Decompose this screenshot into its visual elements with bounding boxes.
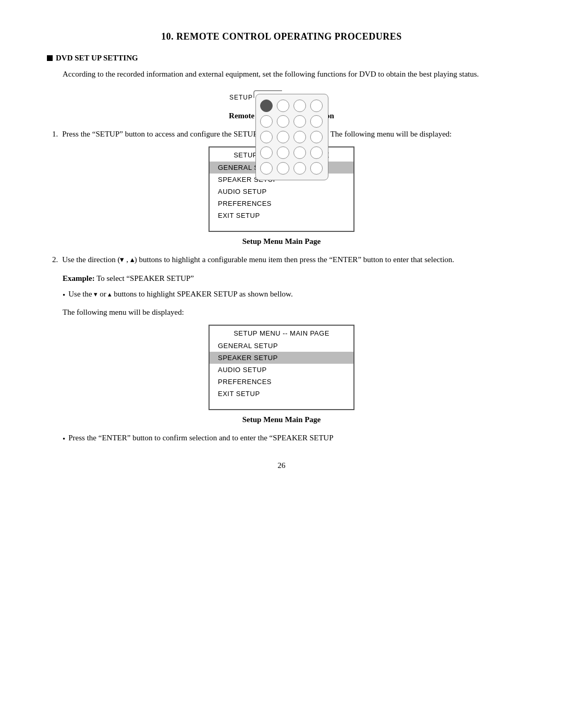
menu2-item-0: GENERAL SETUP: [210, 340, 353, 352]
menu1-item-3: PREFERENCES: [210, 198, 353, 209]
square-icon: [47, 55, 53, 61]
btn-empty: [277, 131, 289, 143]
step2-arrows: ▾ , ▴: [120, 255, 134, 264]
page-title: 10. REMOTE CONTROL OPERATING PROCEDURES: [47, 31, 516, 42]
btn-empty: [293, 115, 306, 128]
bullet2-item: • Press the “ENTER” button to confirm se…: [63, 431, 516, 446]
btn-empty: [277, 162, 289, 175]
btn-empty: [277, 100, 289, 112]
btn-empty: [260, 131, 273, 143]
menu1-item-4: EXIT SETUP: [210, 209, 353, 221]
btn-empty: [310, 162, 323, 175]
menu2-box: SETUP MENU -- MAIN PAGE GENERAL SETUP SP…: [209, 325, 354, 410]
bullet1-text: Use the ▾ or ▴ buttons to highlight SPEA…: [68, 288, 292, 302]
section-body: According to the recorded information an…: [63, 68, 516, 80]
step2: 2. Use the direction (▾ , ▴) buttons to …: [52, 253, 516, 266]
step2-number: 2.: [52, 253, 58, 266]
btn-empty: [310, 100, 323, 112]
btn-empty: [310, 146, 323, 159]
step2-text-after: ) buttons to highlight a configurable me…: [134, 255, 455, 264]
following-line: The following menu will be displayed:: [63, 306, 516, 318]
step2-body: Use the direction (▾ , ▴) buttons to hig…: [62, 253, 516, 266]
menu2-item-4: EXIT SETUP: [210, 388, 353, 400]
btn-empty: [277, 146, 289, 159]
button-grid: [261, 100, 323, 175]
btn-empty: [277, 115, 289, 128]
remote-box: [255, 94, 328, 180]
bullet1-dot: •: [63, 289, 65, 302]
page-number: 26: [47, 461, 516, 470]
section-heading-text: DVD SET UP SETTING: [56, 54, 138, 63]
menu1-caption: Setup Menu Main Page: [47, 237, 516, 246]
example-text: To select “SPEAKER SETUP”: [96, 274, 194, 282]
bullet1-before: Use the: [68, 290, 94, 298]
btn-empty: [293, 131, 306, 143]
menu2-diagram: SETUP MENU -- MAIN PAGE GENERAL SETUP SP…: [47, 325, 516, 410]
btn-empty: [260, 162, 273, 175]
example-line: Example: To select “SPEAKER SETUP”: [63, 272, 516, 285]
menu2-item-2: AUDIO SETUP: [210, 364, 353, 376]
menu1-item-2: AUDIO SETUP: [210, 186, 353, 198]
bullet1-after: buttons to highlight SPEAKER SETUP as sh…: [112, 290, 292, 298]
remote-diagram: SETUP: [47, 90, 516, 106]
btn-empty: [293, 100, 306, 112]
btn-empty: [293, 146, 306, 159]
bullet1-item: • Use the ▾ or ▴ buttons to highlight SP…: [63, 288, 516, 302]
bullet1-section: • Use the ▾ or ▴ buttons to highlight SP…: [63, 288, 516, 302]
step1-number: 1.: [52, 128, 58, 140]
btn-empty: [310, 131, 323, 143]
menu2-title: SETUP MENU -- MAIN PAGE: [210, 326, 353, 340]
btn-empty: [310, 115, 323, 128]
setup-label: SETUP: [229, 94, 253, 101]
menu2-item-3: PREFERENCES: [210, 376, 353, 388]
menu2-item-1: SPEAKER SETUP: [210, 352, 353, 364]
menu2-caption: Setup Menu Main Page: [47, 415, 516, 424]
btn-filled: [260, 100, 273, 112]
btn-empty: [260, 115, 273, 128]
step2-text-before: Use the direction (: [62, 255, 120, 264]
btn-empty: [293, 162, 306, 175]
bullet2-dot: •: [63, 433, 65, 446]
bullet2-text: Press the “ENTER” button to confirm sele…: [68, 431, 333, 446]
example-label: Example:: [63, 274, 95, 282]
bullet2-section: • Press the “ENTER” button to confirm se…: [63, 431, 516, 446]
bullet1-middle: or: [97, 290, 108, 298]
section-heading: DVD SET UP SETTING: [47, 54, 516, 63]
btn-empty: [260, 146, 273, 159]
numbered-list-2: 2. Use the direction (▾ , ▴) buttons to …: [52, 253, 516, 266]
